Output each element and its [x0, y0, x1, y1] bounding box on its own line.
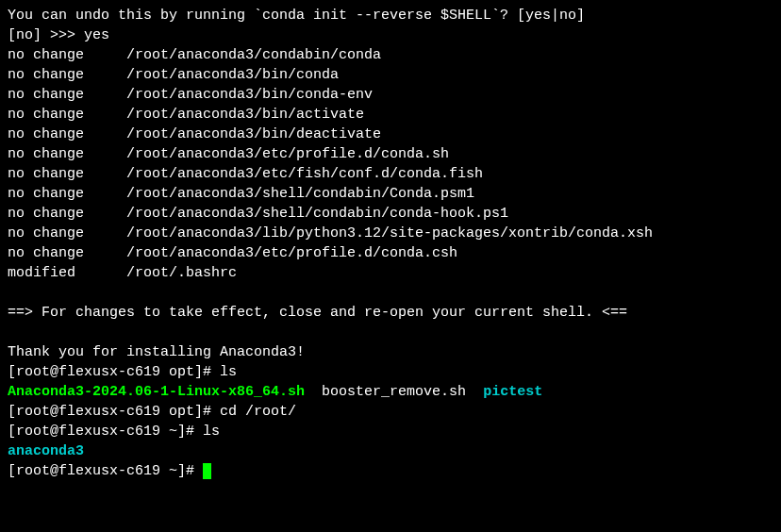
prompt-ls-root: [root@flexusx-c619 ~]# ls: [8, 422, 773, 441]
effect-message: ==> For changes to take effect, close an…: [8, 303, 773, 323]
regular-file: booster_remove.sh: [322, 384, 466, 400]
change-line: no change /root/anaconda3/condabin/conda: [8, 45, 773, 65]
input-response: [no] >>> yes: [8, 25, 773, 45]
directory-entry: anaconda3: [8, 443, 84, 459]
change-line: no change /root/anaconda3/lib/python3.12…: [8, 224, 773, 243]
change-line: no change /root/anaconda3/etc/profile.d/…: [8, 144, 773, 164]
ls-output-root: anaconda3: [8, 441, 773, 461]
change-line: modified /root/.bashrc: [8, 263, 773, 283]
change-line: no change /root/anaconda3/etc/fish/conf.…: [8, 164, 773, 184]
change-line: no change /root/anaconda3/bin/deactivate: [8, 125, 773, 144]
change-line: no change /root/anaconda3/shell/condabin…: [8, 204, 773, 224]
active-prompt[interactable]: [root@flexusx-c619 ~]#: [8, 461, 773, 481]
change-line: no change /root/anaconda3/shell/condabin…: [8, 184, 773, 204]
change-line: no change /root/anaconda3/bin/conda-env: [8, 85, 773, 105]
thanks-message: Thank you for installing Anaconda3!: [8, 342, 773, 362]
cursor-icon: [203, 463, 211, 479]
directory-entry: pictest: [483, 384, 542, 400]
change-line: no change /root/anaconda3/bin/activate: [8, 105, 773, 125]
change-line: no change /root/anaconda3/bin/conda: [8, 65, 773, 85]
executable-file: Anaconda3-2024.06-1-Linux-x86_64.sh: [8, 384, 305, 400]
prompt-cd: [root@flexusx-c619 opt]# cd /root/: [8, 402, 773, 422]
prompt-ls-opt: [root@flexusx-c619 opt]# ls: [8, 362, 773, 382]
conda-undo-question: You can undo this by running `conda init…: [8, 6, 773, 25]
ls-output-opt: Anaconda3-2024.06-1-Linux-x86_64.sh boos…: [8, 382, 773, 402]
change-line: no change /root/anaconda3/etc/profile.d/…: [8, 243, 773, 263]
